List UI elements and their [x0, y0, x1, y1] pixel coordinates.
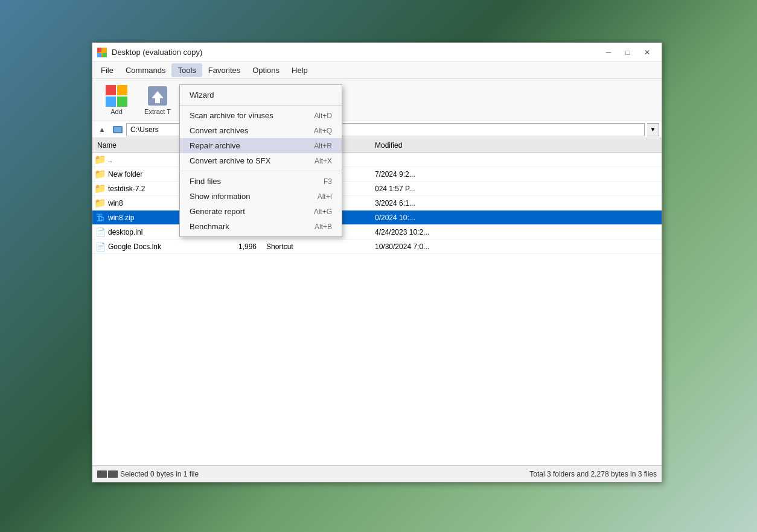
- svg-rect-1: [103, 48, 107, 52]
- svg-rect-15: [114, 127, 121, 132]
- close-button[interactable]: ✕: [637, 43, 657, 62]
- status-total: Total 3 folders and 2,278 bytes in 3 fil…: [529, 470, 657, 478]
- add-icon: [106, 85, 127, 107]
- repair-archive-label: Repair archive: [190, 141, 314, 150]
- benchmark-shortcut: Alt+B: [315, 223, 332, 231]
- menu-options[interactable]: Options: [246, 63, 286, 77]
- add-label: Add: [110, 108, 123, 115]
- repair-archive-shortcut: Alt+R: [314, 142, 332, 150]
- status-icon-1: [97, 470, 107, 478]
- extract-label: Extract T: [144, 108, 171, 115]
- convert-archives-label: Convert archives: [190, 126, 314, 135]
- folder-icon: 📁: [95, 183, 106, 194]
- menu-item-wizard[interactable]: Wizard: [180, 87, 342, 103]
- main-window: Desktop (evaluation copy) ─ □ ✕ File Com…: [92, 42, 662, 483]
- file-date: 3/2024 6:1...: [370, 199, 467, 207]
- menu-item-generate-report[interactable]: Generate report Alt+G: [180, 204, 342, 219]
- generate-report-label: Generate report: [190, 207, 314, 216]
- svg-rect-3: [103, 53, 107, 57]
- folder-icon: 📁: [95, 198, 106, 209]
- menu-item-show-information[interactable]: Show information Alt+I: [180, 189, 342, 204]
- find-files-label: Find files: [190, 177, 324, 186]
- restore-button[interactable]: □: [618, 43, 637, 62]
- file-date: 7/2024 9:2...: [370, 170, 467, 179]
- status-right: Total 3 folders and 2,278 bytes in 3 fil…: [529, 470, 662, 478]
- minimize-button[interactable]: ─: [599, 43, 618, 62]
- menu-item-convert-sfx[interactable]: Convert archive to SFX Alt+X: [180, 153, 342, 168]
- file-date: 10/30/2024 7:0...: [370, 242, 467, 251]
- file-name: testdisk-7.2: [108, 185, 145, 193]
- table-row[interactable]: 📄 desktop.ini 282 Configuration setti...…: [92, 225, 662, 239]
- nav-up-button[interactable]: ▲: [95, 122, 109, 137]
- file-name: win8.zip: [108, 214, 134, 222]
- table-row[interactable]: 📁 ..: [92, 153, 662, 167]
- file-size: 1,996: [213, 242, 261, 251]
- scan-viruses-label: Scan archive for viruses: [190, 111, 314, 120]
- title-bar-left: Desktop (evaluation copy): [97, 48, 202, 57]
- status-icons: [97, 470, 118, 478]
- menu-item-repair-archive[interactable]: Repair archive Alt+R: [180, 138, 342, 153]
- scan-viruses-shortcut: Alt+D: [314, 112, 332, 120]
- toolbar-extract-button[interactable]: Extract T: [138, 82, 177, 118]
- show-information-shortcut: Alt+I: [318, 192, 332, 201]
- archive-icon: 🗜: [95, 212, 106, 223]
- menu-item-benchmark[interactable]: Benchmark Alt+B: [180, 219, 342, 234]
- file-type: Shortcut: [261, 242, 370, 251]
- svg-rect-0: [97, 48, 101, 52]
- benchmark-label: Benchmark: [190, 222, 315, 231]
- menu-item-scan-viruses[interactable]: Scan archive for viruses Alt+D: [180, 108, 342, 123]
- file-date: 4/24/2023 10:2...: [370, 228, 467, 236]
- menu-file[interactable]: File: [95, 63, 120, 77]
- window-controls: ─ □ ✕: [599, 43, 657, 62]
- status-bar: Selected 0 bytes in 1 file Total 3 folde…: [92, 465, 662, 482]
- wizard-menu-label: Wizard: [190, 90, 332, 100]
- table-row[interactable]: 📁 testdisk-7.2 024 1:57 P...: [92, 182, 662, 196]
- folder-icon: 📁: [95, 154, 106, 165]
- file-name: ..: [108, 156, 112, 164]
- menu-commands[interactable]: Commands: [120, 63, 171, 77]
- toolbar: Add Extract T ✦: [92, 79, 662, 121]
- convert-archives-shortcut: Alt+Q: [314, 127, 332, 135]
- folder-icon: 📁: [95, 169, 106, 180]
- extract-icon: [147, 85, 168, 107]
- file-icon: 📄: [95, 227, 106, 238]
- svg-rect-2: [97, 53, 101, 57]
- lnk-icon: 📄: [95, 241, 106, 252]
- content-area: Name Modified 📁 .. 📁 New folder: [92, 138, 662, 465]
- file-list: Name Modified 📁 .. 📁 New folder: [92, 138, 662, 465]
- generate-report-shortcut: Alt+G: [314, 207, 332, 216]
- file-name: Google Docs.lnk: [108, 242, 161, 251]
- svg-rect-6: [155, 98, 160, 103]
- file-name: win8: [108, 199, 123, 207]
- tools-dropdown-menu: Wizard Scan archive for viruses Alt+D Co…: [179, 84, 342, 237]
- table-row[interactable]: 📄 Google Docs.lnk 1,996 Shortcut 10/30/2…: [92, 239, 662, 254]
- convert-sfx-label: Convert archive to SFX: [190, 156, 315, 165]
- file-list-header: Name Modified: [92, 138, 662, 153]
- toolbar-add-button[interactable]: Add: [97, 82, 136, 118]
- address-bar: ▲ ▼: [92, 121, 662, 138]
- app-icon: [97, 48, 107, 57]
- table-row[interactable]: 🗜 win8.zip 0/2024 10:...: [92, 211, 662, 225]
- find-files-shortcut: F3: [324, 177, 332, 186]
- menu-tools[interactable]: Tools: [171, 63, 202, 77]
- convert-sfx-shortcut: Alt+X: [315, 157, 332, 165]
- menu-item-find-files[interactable]: Find files F3: [180, 174, 342, 189]
- col-modified-header: Modified: [370, 141, 467, 150]
- show-information-label: Show information: [190, 192, 318, 201]
- address-dropdown-button[interactable]: ▼: [647, 123, 659, 136]
- file-name: desktop.ini: [108, 228, 142, 236]
- menu-bar: File Commands Tools Favorites Options He…: [92, 62, 662, 79]
- menu-help[interactable]: Help: [286, 63, 314, 77]
- table-row[interactable]: 📁 New folder 7/2024 9:2...: [92, 167, 662, 182]
- status-selected: Selected 0 bytes in 1 file: [120, 470, 199, 478]
- menu-separator-2: [180, 171, 342, 171]
- status-icon-2: [108, 470, 118, 478]
- table-row[interactable]: 📁 win8 3/2024 6:1...: [92, 196, 662, 211]
- menu-item-convert-archives[interactable]: Convert archives Alt+Q: [180, 123, 342, 138]
- file-date: 024 1:57 P...: [370, 185, 467, 193]
- status-left: Selected 0 bytes in 1 file: [92, 470, 529, 478]
- menu-favorites[interactable]: Favorites: [202, 63, 246, 77]
- drive-icon: [112, 124, 124, 136]
- window-title: Desktop (evaluation copy): [112, 48, 202, 57]
- file-date: 0/2024 10:...: [370, 214, 467, 222]
